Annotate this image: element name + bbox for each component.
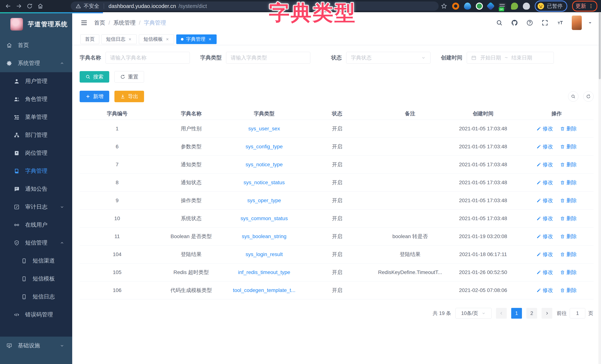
delete-link[interactable]: 删除 [560, 215, 577, 222]
delete-link[interactable]: 删除 [560, 287, 577, 294]
user-avatar[interactable] [572, 16, 582, 30]
tab-首页[interactable]: 首页 [80, 34, 99, 44]
dict-type-input[interactable] [226, 52, 310, 64]
sidebar-item-基础设施[interactable]: 基础设施 [0, 337, 72, 354]
extension-donut-icon[interactable] [452, 3, 459, 10]
extension-leaf-icon[interactable] [511, 3, 518, 10]
edit-link[interactable]: 修改 [536, 161, 553, 168]
delete-link[interactable]: 删除 [560, 233, 577, 240]
page-size-select[interactable]: 10条/页 [455, 308, 491, 319]
extension-green-circle-icon[interactable] [476, 3, 483, 10]
search-button[interactable]: 搜索 [80, 71, 109, 82]
extension-diamond-icon[interactable] [486, 2, 495, 10]
table-toolbar-row: 新增 导出 [80, 91, 594, 102]
sidebar-item-短信模板[interactable]: 短信模板 [0, 270, 72, 288]
sidebar-item-字典管理[interactable]: 字典管理 [0, 162, 72, 180]
edit-link[interactable]: 修改 [536, 251, 553, 258]
tab-短信日志[interactable]: 短信日志 [101, 34, 137, 44]
sidebar-item-系统管理[interactable]: 系统管理 [0, 54, 72, 72]
edit-link[interactable]: 修改 [536, 287, 553, 294]
delete-link[interactable]: 删除 [560, 269, 577, 276]
export-button[interactable]: 导出 [114, 91, 144, 102]
sidebar-item-首页[interactable]: 首页 [0, 36, 72, 54]
github-icon[interactable] [511, 19, 518, 26]
page-button-1[interactable]: 1 [511, 308, 522, 319]
next-page-button[interactable] [541, 308, 552, 319]
kebab-menu-icon[interactable] [588, 3, 594, 9]
edit-link[interactable]: 修改 [536, 197, 553, 204]
page-button-2[interactable]: 2 [526, 308, 537, 319]
dict-type-link[interactable]: sys_notice_status [243, 180, 285, 185]
sidebar-item-短信渠道[interactable]: 短信渠道 [0, 252, 72, 270]
edit-link[interactable]: 修改 [536, 125, 553, 132]
search-icon[interactable] [496, 19, 503, 26]
delete-link[interactable]: 删除 [560, 251, 577, 258]
sidebar-item-审计日志[interactable]: 审计日志 [0, 198, 72, 216]
breadcrumb-item-home[interactable]: 首页 [94, 19, 105, 27]
edit-link[interactable]: 修改 [536, 233, 553, 240]
profile-paused-badge[interactable]: 已暂停 [535, 0, 567, 12]
tab-短信模板[interactable]: 短信模板 [139, 34, 174, 44]
sidebar-item-岗位管理[interactable]: 岗位管理 [0, 144, 72, 162]
sidebar-item-短信管理[interactable]: 短信管理 [0, 234, 72, 252]
chrome-update-button[interactable]: 更新 [572, 1, 597, 11]
edit-link[interactable]: 修改 [536, 215, 553, 222]
close-icon[interactable] [165, 37, 170, 41]
sidebar-item-部门管理[interactable]: 部门管理 [0, 126, 72, 144]
delete-link[interactable]: 删除 [560, 197, 577, 204]
sidebar-item-菜单管理[interactable]: 菜单管理 [0, 108, 72, 126]
extension-list-icon[interactable]: on [498, 3, 506, 10]
edit-link[interactable]: 修改 [536, 269, 553, 276]
address-bar[interactable]: 不安全 dashboard.yudao.iocoder.cn/system/di… [71, 1, 439, 11]
scrollbar-thumb[interactable] [599, 13, 601, 79]
scrollbar[interactable] [598, 12, 601, 364]
delete-link[interactable]: 删除 [560, 179, 577, 186]
refresh-table-button[interactable] [583, 91, 594, 102]
goto-page-input[interactable] [570, 308, 585, 318]
add-button[interactable]: 新增 [80, 91, 109, 102]
edit-link[interactable]: 修改 [536, 179, 553, 186]
show-search-toggle-button[interactable] [568, 91, 578, 102]
dict-type-link[interactable]: tool_codegen_template_t... [233, 287, 296, 293]
tab-字典管理[interactable]: 字典管理 [176, 34, 217, 44]
dict-type-link[interactable]: sys_config_type [246, 144, 283, 149]
caret-down-icon[interactable] [587, 20, 593, 26]
extension-figure-icon[interactable] [523, 3, 530, 10]
help-icon[interactable] [526, 19, 533, 26]
browser-home-icon[interactable] [36, 2, 45, 10]
reload-icon[interactable] [25, 2, 34, 10]
sidebar-item-短信日志[interactable]: 短信日志 [0, 288, 72, 306]
sidebar-item-用户管理[interactable]: 用户管理 [0, 72, 72, 90]
reset-button[interactable]: 重置 [114, 71, 144, 82]
dict-type-link[interactable]: sys_oper_type [247, 198, 281, 203]
sidebar-item-通知公告[interactable]: 通知公告 [0, 180, 72, 198]
sidebar-item-角色管理[interactable]: 角色管理 [0, 90, 72, 108]
dict-type-link[interactable]: sys_user_sex [248, 126, 280, 131]
dict-type-link[interactable]: sys_common_status [240, 215, 288, 221]
delete-link[interactable]: 删除 [560, 125, 577, 132]
status-select[interactable]: 字典状态 [346, 52, 431, 64]
dict-name-input[interactable] [106, 52, 190, 64]
forward-icon[interactable] [14, 2, 23, 10]
sidebar-item-错误码管理[interactable]: 错误码管理 [0, 306, 72, 324]
hamburger-icon[interactable] [80, 19, 88, 27]
dict-type-link[interactable]: inf_redis_timeout_type [238, 269, 290, 275]
close-icon[interactable] [128, 37, 132, 41]
bookmark-star-icon[interactable] [441, 3, 447, 10]
date-range-picker[interactable]: 开始日期 ~ 结束日期 [467, 52, 554, 64]
sidebar-item-在线用户[interactable]: 在线用户 [0, 216, 72, 234]
edit-link[interactable]: 修改 [536, 143, 553, 150]
announcement-icon [14, 186, 20, 192]
font-size-icon[interactable] [557, 19, 564, 26]
close-icon[interactable] [208, 37, 212, 41]
back-icon[interactable] [4, 2, 13, 10]
delete-link[interactable]: 删除 [560, 161, 577, 168]
dict-type-link[interactable]: sys_boolean_string [242, 233, 286, 239]
extension-drop-icon[interactable] [464, 3, 471, 10]
dict-type-link[interactable]: sys_login_result [246, 252, 283, 257]
fullscreen-icon[interactable] [541, 19, 548, 26]
delete-link[interactable]: 删除 [560, 143, 577, 150]
breadcrumb-item-system[interactable]: 系统管理 [113, 19, 136, 27]
dict-type-link[interactable]: sys_notice_type [246, 162, 283, 167]
prev-page-button[interactable] [496, 308, 507, 319]
